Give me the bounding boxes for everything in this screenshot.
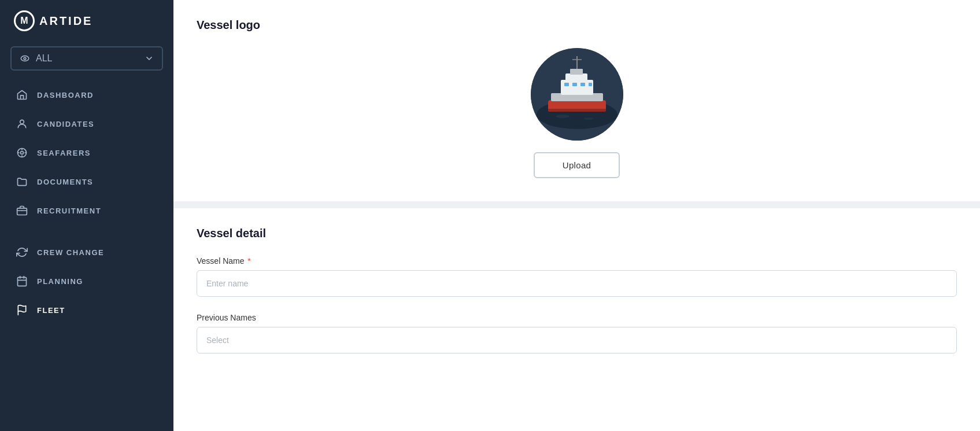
svg-rect-21 bbox=[561, 80, 593, 95]
briefcase-icon bbox=[16, 205, 28, 216]
sidebar-item-crew-change[interactable]: CREW CHANGE bbox=[0, 238, 173, 266]
logo-letter: M bbox=[20, 16, 28, 26]
sidebar-item-label: PLANNING bbox=[37, 277, 83, 286]
sidebar-item-candidates[interactable]: CANDIDATES bbox=[0, 110, 173, 138]
vessel-logo-image-wrap: Upload bbox=[197, 48, 957, 178]
vessel-logo-section: Vessel logo bbox=[173, 0, 980, 201]
svg-rect-24 bbox=[564, 83, 569, 86]
app-logo: M ARTIDE bbox=[0, 0, 173, 42]
person-icon bbox=[16, 118, 28, 130]
svg-rect-9 bbox=[17, 208, 27, 215]
folder-icon bbox=[16, 176, 28, 187]
ship-image bbox=[531, 48, 623, 141]
sidebar-item-label: FLEET bbox=[37, 306, 65, 315]
sidebar-item-dashboard[interactable]: DASHBOARD bbox=[0, 81, 173, 109]
svg-rect-25 bbox=[572, 83, 577, 86]
sidebar-item-documents[interactable]: DOCUMENTS bbox=[0, 168, 173, 196]
filter-label: ALL bbox=[36, 53, 52, 64]
svg-rect-27 bbox=[589, 83, 592, 86]
svg-rect-12 bbox=[18, 277, 27, 286]
svg-point-32 bbox=[584, 117, 593, 120]
calendar-icon bbox=[16, 275, 28, 287]
svg-point-31 bbox=[556, 115, 569, 118]
svg-point-4 bbox=[21, 152, 24, 154]
main-content: Vessel logo bbox=[173, 0, 980, 431]
sidebar-item-label: DASHBOARD bbox=[37, 91, 94, 100]
flag-icon bbox=[16, 304, 28, 316]
sidebar-item-planning[interactable]: PLANNING bbox=[0, 267, 173, 295]
logo-icon: M bbox=[14, 10, 35, 31]
vessel-name-label: Vessel Name * bbox=[197, 256, 957, 266]
sidebar: M ARTIDE ALL DASHBOARD bbox=[0, 0, 173, 431]
eye-icon bbox=[20, 53, 30, 64]
sidebar-item-label: DOCUMENTS bbox=[37, 178, 93, 186]
upload-button[interactable]: Upload bbox=[534, 152, 620, 178]
sidebar-item-recruitment[interactable]: RECRUITMENT bbox=[0, 197, 173, 224]
sidebar-item-seafarers[interactable]: SEAFARERS bbox=[0, 139, 173, 167]
vessel-name-group: Vessel Name * bbox=[197, 256, 957, 297]
filter-dropdown[interactable]: ALL bbox=[10, 46, 163, 71]
vessel-name-input[interactable] bbox=[197, 270, 957, 297]
section-divider bbox=[173, 201, 980, 208]
sidebar-item-label: CREW CHANGE bbox=[37, 248, 104, 257]
previous-names-select[interactable]: Select bbox=[197, 327, 957, 353]
refresh-icon bbox=[16, 246, 28, 258]
svg-point-1 bbox=[24, 57, 26, 60]
logo-text: ARTIDE bbox=[39, 14, 93, 28]
required-star: * bbox=[245, 256, 250, 266]
vessel-detail-section: Vessel detail Vessel Name * Previous Nam… bbox=[173, 208, 980, 393]
svg-point-0 bbox=[21, 56, 29, 61]
home-icon bbox=[16, 89, 28, 101]
svg-rect-22 bbox=[565, 73, 587, 82]
previous-names-label: Previous Names bbox=[197, 313, 957, 322]
sidebar-item-label: SEAFARERS bbox=[37, 149, 91, 157]
svg-rect-30 bbox=[548, 109, 606, 112]
sidebar-item-label: RECRUITMENT bbox=[37, 207, 101, 215]
vessel-logo-title: Vessel logo bbox=[197, 19, 260, 32]
sidebar-item-fleet[interactable]: FLEET bbox=[0, 296, 173, 324]
vessel-detail-title: Vessel detail bbox=[197, 227, 957, 240]
sidebar-item-label: CANDIDATES bbox=[37, 120, 94, 128]
chevron-down-icon bbox=[145, 54, 154, 63]
previous-names-group: Previous Names Select bbox=[197, 313, 957, 353]
vessel-logo-circle bbox=[531, 48, 623, 141]
svg-point-2 bbox=[20, 120, 24, 124]
svg-rect-26 bbox=[580, 83, 585, 86]
settings-circle-icon bbox=[16, 147, 28, 159]
nav-menu: DASHBOARD CANDIDATES SEAFARERS bbox=[0, 81, 173, 324]
svg-rect-23 bbox=[570, 69, 583, 75]
